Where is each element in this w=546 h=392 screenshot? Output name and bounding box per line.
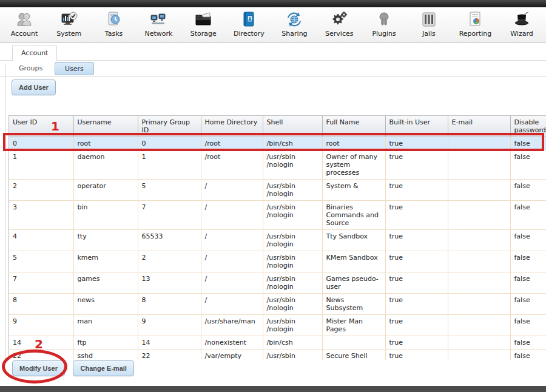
change-email-button[interactable]: Change E-mail bbox=[73, 360, 133, 376]
account-icon bbox=[15, 10, 34, 29]
table-cell: / bbox=[201, 180, 263, 201]
toolbar-item-wizard[interactable]: Wizard bbox=[507, 10, 536, 38]
table-cell: 2 bbox=[9, 180, 73, 201]
table-cell: /bin/csh bbox=[263, 137, 322, 150]
table-row[interactable]: 22sshd22/var/empty/usr/sbin /nologinSecu… bbox=[9, 350, 546, 360]
table-cell: false bbox=[510, 272, 546, 294]
users-table: User IDUsernamePrimary Group IDHome Dire… bbox=[9, 116, 546, 360]
table-cell bbox=[448, 150, 510, 180]
reporting-icon bbox=[465, 10, 485, 29]
table-cell: /usr/sbin /nologin bbox=[263, 315, 322, 336]
table-cell: true bbox=[385, 336, 448, 350]
table-cell: 3 bbox=[9, 201, 73, 230]
table-cell: true bbox=[385, 180, 448, 201]
table-cell: / bbox=[201, 230, 263, 251]
toolbar-item-label: Plugins bbox=[372, 30, 396, 38]
toolbar-item-tasks[interactable]: Tasks bbox=[99, 10, 129, 38]
toolbar-item-reporting[interactable]: Reporting bbox=[459, 10, 491, 38]
table-cell: /root bbox=[201, 137, 263, 150]
table-cell: News Subsystem bbox=[322, 294, 385, 315]
wizard-icon bbox=[512, 10, 531, 29]
table-cell: true bbox=[385, 201, 448, 230]
annotation-step-2: 2 bbox=[35, 337, 43, 351]
bottom-window-bar bbox=[0, 386, 546, 392]
table-cell bbox=[448, 251, 510, 272]
modify-user-button[interactable]: Modify User bbox=[12, 360, 65, 376]
table-cell: true bbox=[385, 251, 448, 272]
table-cell: /usr/sbin /nologin bbox=[263, 272, 322, 294]
table-row[interactable]: 7games13//usr/sbin /nologinGames pseudo-… bbox=[9, 272, 546, 294]
toolbar-item-system[interactable]: System bbox=[55, 10, 84, 38]
table-cell: 22 bbox=[138, 350, 201, 360]
table-cell: ftp bbox=[73, 336, 138, 350]
sub-tab-strip: Groups Users bbox=[0, 61, 546, 77]
table-cell: /bin/csh bbox=[263, 336, 322, 350]
top-window-bar bbox=[0, 0, 546, 7]
directory-icon bbox=[239, 10, 258, 29]
table-cell: man bbox=[73, 315, 138, 336]
table-row[interactable]: 2operator5//usr/sbin /nologinSystem &tru… bbox=[9, 180, 546, 201]
table-cell: true bbox=[385, 294, 448, 315]
table-cell bbox=[448, 137, 510, 150]
toolbar-item-jails[interactable]: Jails bbox=[414, 10, 443, 38]
table-cell: Secure Shell bbox=[322, 350, 385, 360]
table-row[interactable]: 14ftp14/nonexistent/bin/cshtruefalse bbox=[9, 336, 546, 350]
tab-account[interactable]: Account bbox=[12, 46, 57, 61]
table-cell: 5 bbox=[138, 180, 201, 201]
column-header[interactable]: Shell bbox=[263, 116, 322, 137]
main-tab-strip: Account bbox=[0, 46, 546, 61]
table-cell: Games pseudo-user bbox=[322, 272, 385, 294]
table-row[interactable]: 8news8//usr/sbin /nologinNews Subsystemt… bbox=[9, 294, 546, 315]
table-cell: operator bbox=[73, 180, 138, 201]
table-header-row: User IDUsernamePrimary Group IDHome Dire… bbox=[9, 116, 546, 137]
toolbar-item-plugins[interactable]: Plugins bbox=[369, 10, 399, 38]
table-cell: sshd bbox=[73, 350, 138, 360]
toolbar-item-label: Network bbox=[144, 30, 172, 38]
table-cell: /nonexistent bbox=[201, 336, 263, 350]
toolbar-item-directory[interactable]: Directory bbox=[234, 10, 265, 38]
column-header[interactable]: Home Directory bbox=[201, 116, 263, 137]
table-row[interactable]: 0root0/root/bin/cshroottruefalse bbox=[9, 137, 546, 150]
main-toolbar: AccountSystemTasksNetworkStorageDirector… bbox=[0, 7, 546, 43]
table-row[interactable]: 9man9/usr/share/man/usr/sbin /nologinMis… bbox=[9, 315, 546, 336]
annotation-step-1: 1 bbox=[51, 119, 59, 133]
table-row[interactable]: 4tty65533//usr/sbin /nologinTty Sandboxt… bbox=[9, 230, 546, 251]
table-cell: 1 bbox=[9, 150, 73, 180]
table-row[interactable]: 3bin7//usr/sbin /nologinBinaries Command… bbox=[9, 201, 546, 230]
table-cell: Tty Sandbox bbox=[322, 230, 385, 251]
table-cell bbox=[448, 180, 510, 201]
column-header[interactable]: Built-in User bbox=[385, 116, 448, 137]
column-header[interactable]: Username bbox=[73, 116, 138, 137]
table-cell: 8 bbox=[9, 294, 73, 315]
tab-users[interactable]: Users bbox=[55, 62, 94, 75]
table-cell: true bbox=[385, 137, 448, 150]
table-cell: / bbox=[201, 294, 263, 315]
grid-action-buttons: Modify User Change E-mail bbox=[12, 360, 140, 376]
plugins-icon bbox=[374, 10, 394, 29]
table-row[interactable]: 5kmem2//usr/sbin /nologinKMem Sandboxtru… bbox=[9, 251, 546, 272]
toolbar-item-services[interactable]: Services bbox=[325, 10, 354, 38]
table-cell: false bbox=[510, 315, 546, 336]
column-header[interactable]: E-mail bbox=[448, 116, 510, 137]
column-header[interactable]: Primary Group ID bbox=[138, 116, 201, 137]
table-cell: 7 bbox=[9, 272, 73, 294]
column-header[interactable]: User ID bbox=[9, 116, 73, 137]
table-cell: false bbox=[510, 137, 546, 150]
toolbar-item-account[interactable]: Account bbox=[10, 10, 39, 38]
toolbar-item-storage[interactable]: Storage bbox=[189, 10, 218, 38]
table-cell: true bbox=[385, 350, 448, 360]
table-row[interactable]: 1daemon1/root/usr/sbin /nologinOwner of … bbox=[9, 150, 546, 180]
add-user-button[interactable]: Add User bbox=[12, 79, 56, 95]
table-cell: tty bbox=[73, 230, 138, 251]
table-cell: daemon bbox=[73, 150, 138, 180]
toolbar-item-network[interactable]: Network bbox=[144, 10, 173, 38]
table-cell: /usr/sbin /nologin bbox=[263, 150, 322, 180]
table-cell: false bbox=[510, 251, 546, 272]
toolbar-item-sharing[interactable]: Sharing bbox=[280, 10, 309, 38]
table-cell: true bbox=[385, 315, 448, 336]
table-cell: false bbox=[510, 230, 546, 251]
table-cell bbox=[448, 272, 510, 294]
column-header[interactable]: Disable password bbox=[510, 116, 546, 137]
tab-groups[interactable]: Groups bbox=[19, 64, 42, 72]
column-header[interactable]: Full Name bbox=[322, 116, 385, 137]
